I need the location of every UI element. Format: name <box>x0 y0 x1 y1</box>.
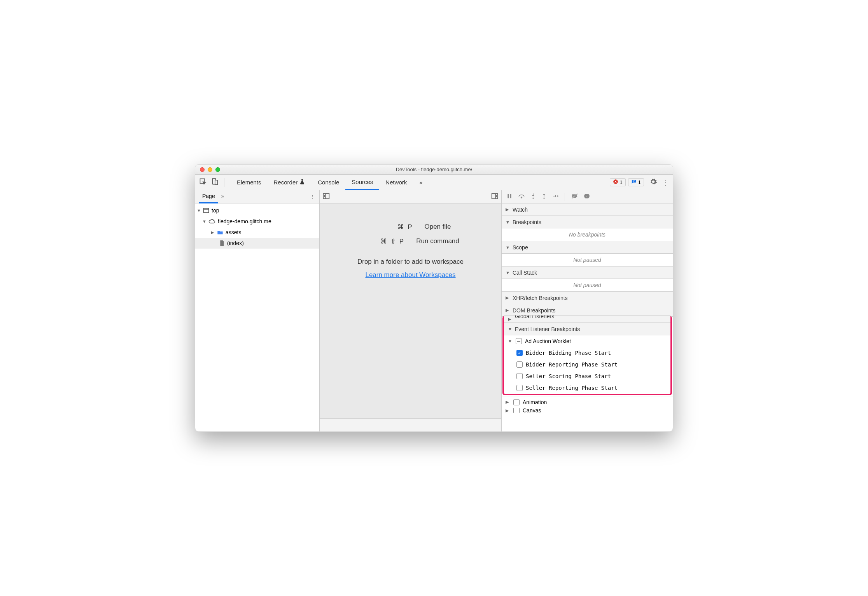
tree-origin[interactable]: ▼ fledge-demo.glitch.me <box>195 216 319 227</box>
cloud-icon <box>208 219 215 224</box>
tree-folder-assets[interactable]: ▶ assets <box>195 227 319 238</box>
elb-item-bidder-bidding[interactable]: ✓ Bidder Bidding Phase Start <box>504 347 670 359</box>
pause-icon[interactable] <box>506 193 513 200</box>
run-command-label: Run command <box>416 237 459 245</box>
chevron-down-icon: ▼ <box>202 219 206 224</box>
elb-group-canvas[interactable]: ▶ Canvas <box>502 408 673 413</box>
debugger-toolbar <box>502 190 673 203</box>
section-xhr-breakpoints[interactable]: ▶XHR/fetch Breakpoints <box>502 292 673 304</box>
checkbox[interactable] <box>516 373 523 379</box>
tab-page[interactable]: Page <box>199 190 218 203</box>
gear-icon[interactable] <box>649 178 657 187</box>
svg-point-15 <box>557 195 558 196</box>
inspect-icon[interactable] <box>199 178 207 187</box>
scope-empty: Not paused <box>502 254 673 266</box>
elb-group-ad-auction-worklet[interactable]: ▼ Ad Auction Worklet <box>504 335 670 347</box>
checkbox[interactable] <box>513 408 520 413</box>
chevron-down-icon: ▼ <box>197 208 201 213</box>
svg-rect-2 <box>215 180 218 185</box>
titlebar: DevTools - fledge-demo.glitch.me/ <box>195 165 673 175</box>
section-event-listener-breakpoints[interactable]: ▼Event Listener Breakpoints <box>504 323 670 335</box>
tab-more[interactable]: » <box>413 175 429 190</box>
file-icon <box>219 240 225 246</box>
chevron-right-icon: ▶ <box>506 408 510 413</box>
highlight-region: ▶Global Listeners ▼Event Listener Breakp… <box>502 316 672 395</box>
callstack-empty: Not paused <box>502 279 673 292</box>
svg-point-14 <box>543 198 544 199</box>
kebab-icon[interactable]: ⋮ <box>662 178 669 187</box>
section-callstack[interactable]: ▼Call Stack <box>502 266 673 279</box>
open-file-shortcut: ⌘ P <box>370 223 413 231</box>
svg-rect-18 <box>586 196 587 196</box>
svg-rect-4 <box>203 209 208 213</box>
checkbox[interactable] <box>513 399 520 405</box>
workspace-learn-more-link[interactable]: Learn more about Workspaces <box>365 271 455 279</box>
section-breakpoints[interactable]: ▼Breakpoints <box>502 216 673 228</box>
elb-item-seller-reporting[interactable]: Seller Reporting Phase Start <box>504 382 670 394</box>
step-out-icon[interactable] <box>541 193 547 200</box>
checkbox[interactable] <box>516 385 523 391</box>
pause-on-exceptions-icon[interactable] <box>584 193 590 200</box>
elb-item-bidder-reporting[interactable]: Bidder Reporting Phase Start <box>504 359 670 370</box>
folder-icon <box>217 230 223 235</box>
devtools-window: DevTools - fledge-demo.glitch.me/ Elemen… <box>195 164 673 432</box>
message-icon <box>631 179 637 186</box>
editor-toolbar <box>320 190 501 203</box>
navigator-more[interactable]: » <box>218 190 228 203</box>
workspace-hint: Drop in a folder to add to workspace <box>357 258 464 266</box>
window-title: DevTools - fledge-demo.glitch.me/ <box>195 167 673 172</box>
elb-group-animation[interactable]: ▶ Animation <box>502 396 673 408</box>
svg-rect-10 <box>508 194 509 198</box>
elb-item-seller-scoring[interactable]: Seller Scoring Phase Start <box>504 370 670 382</box>
tab-elements[interactable]: Elements <box>231 175 268 190</box>
file-tree: ▼ top ▼ fledge-demo.glitch.me ▶ assets (… <box>195 203 319 431</box>
window-icon <box>203 208 209 213</box>
breakpoints-empty: No breakpoints <box>502 228 673 241</box>
message-badge[interactable]: 1 <box>628 178 644 186</box>
debugger-accordion: ▶Watch ▼Breakpoints No breakpoints ▼Scop… <box>502 203 673 431</box>
section-watch[interactable]: ▶Watch <box>502 203 673 216</box>
editor-empty-state: ⌘ P Open file ⌘ ⇧ P Run command Drop in … <box>320 203 501 418</box>
chevron-right-icon: ▶ <box>506 400 510 405</box>
device-toggle-icon[interactable] <box>211 178 219 187</box>
open-file-label: Open file <box>424 223 451 231</box>
tab-sources[interactable]: Sources <box>345 175 379 190</box>
flask-icon <box>299 179 305 186</box>
editor-footer <box>320 418 501 431</box>
checkbox-mixed[interactable] <box>516 338 522 344</box>
step-over-icon[interactable] <box>518 193 525 200</box>
tree-top[interactable]: ▼ top <box>195 205 319 216</box>
navigator-tabstrip: Page » ⋮ <box>195 190 319 203</box>
tab-recorder[interactable]: Recorder <box>268 175 312 190</box>
sidebar-right-toggle-icon[interactable] <box>491 193 498 201</box>
sidebar-left-toggle-icon[interactable] <box>323 193 330 201</box>
checkbox-checked[interactable]: ✓ <box>516 350 523 356</box>
step-icon[interactable] <box>552 193 558 200</box>
section-scope[interactable]: ▼Scope <box>502 241 673 254</box>
svg-point-13 <box>532 198 534 199</box>
main-tabstrip: Elements Recorder Console Sources Networ… <box>195 175 673 190</box>
navigator-kebab-icon[interactable]: ⋮ <box>310 194 315 200</box>
error-badge[interactable]: 1 <box>610 178 626 186</box>
error-icon <box>613 179 618 186</box>
section-global-listeners[interactable]: ▶Global Listeners <box>504 315 670 323</box>
chevron-right-icon: ▶ <box>211 230 215 235</box>
tab-console[interactable]: Console <box>312 175 345 190</box>
step-into-icon[interactable] <box>530 193 536 200</box>
svg-rect-11 <box>510 194 511 198</box>
checkbox[interactable] <box>516 361 523 368</box>
tab-network[interactable]: Network <box>379 175 413 190</box>
run-command-shortcut: ⌘ ⇧ P <box>362 237 404 245</box>
deactivate-breakpoints-icon[interactable] <box>571 193 578 200</box>
svg-point-12 <box>521 197 522 198</box>
chevron-down-icon: ▼ <box>508 339 513 344</box>
tree-file-index[interactable]: (index) <box>195 238 319 249</box>
